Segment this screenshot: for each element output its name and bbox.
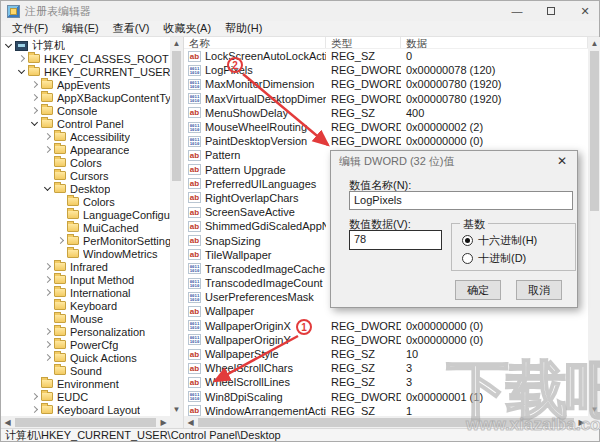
tree-item-infrared[interactable]: Infrared bbox=[1, 260, 170, 273]
tree-item-permonitorsettings[interactable]: PerMonitorSettings bbox=[1, 234, 170, 247]
chevron-right-icon[interactable] bbox=[55, 235, 66, 246]
menu-item-f[interactable]: 文件(F) bbox=[5, 21, 55, 36]
tree-vertical-scrollbar[interactable]: ▲ ▼ bbox=[170, 37, 183, 416]
tree-item-languageconfiguration[interactable]: LanguageConfiguration bbox=[1, 208, 170, 221]
tree-item-mouse[interactable]: Mouse bbox=[1, 312, 170, 325]
tree-item-windowmetrics[interactable]: WindowMetrics bbox=[1, 247, 170, 260]
value-name-cell[interactable]: Pattern bbox=[184, 149, 326, 161]
tree-item-powercfg[interactable]: PowerCfg bbox=[1, 338, 170, 351]
value-name-cell[interactable]: Wallpaper bbox=[184, 305, 326, 317]
chevron-right-icon[interactable] bbox=[42, 352, 53, 363]
value-name-cell[interactable]: WheelScrollLines bbox=[184, 376, 326, 388]
chevron-right-icon[interactable] bbox=[29, 391, 40, 402]
value-row-windowarrangementactive[interactable]: WindowArrangementActiveREG_SZ1 bbox=[184, 404, 588, 416]
value-row-maxmonitordimension[interactable]: MaxMonitorDimensionREG_DWORD0x00000780 (… bbox=[184, 77, 588, 91]
value-name-cell[interactable]: SnapSizing bbox=[184, 235, 326, 247]
list-vscroll-thumb[interactable] bbox=[590, 51, 599, 211]
tree-item-appxbackupcontenttype[interactable]: AppXBackupContentType bbox=[1, 91, 170, 104]
value-row-wheelscrollchars[interactable]: WheelScrollCharsREG_SZ3 bbox=[184, 361, 588, 375]
value-name-cell[interactable]: RightOverlapChars bbox=[184, 192, 326, 204]
value-name-cell[interactable]: UserPreferencesMask bbox=[184, 291, 326, 303]
value-row-maxvirtualdesktopdimension[interactable]: MaxVirtualDesktopDimensionREG_DWORD0x000… bbox=[184, 92, 588, 106]
close-icon[interactable]: ✕ bbox=[547, 151, 577, 171]
value-name-cell[interactable]: TranscodedImageCache bbox=[184, 263, 326, 275]
tree-item-environment[interactable]: Environment bbox=[1, 377, 170, 390]
column-header-data[interactable]: 数据 bbox=[401, 37, 588, 48]
value-name-cell[interactable]: ShimmedGdiScaledAppName bbox=[184, 220, 326, 232]
value-row-logpixels[interactable]: LogPixelsREG_DWORD0x00000078 (120) bbox=[184, 63, 588, 77]
value-row-lockscreenautolockactive[interactable]: LockScreenAutoLockActiveREG_SZ0 bbox=[184, 49, 588, 63]
value-name-cell[interactable]: WindowArrangementActive bbox=[184, 405, 326, 416]
chevron-right-icon[interactable] bbox=[29, 404, 40, 415]
menu-item-v[interactable]: 查看(V) bbox=[106, 21, 157, 36]
value-name-cell[interactable]: WallpaperOriginY bbox=[184, 334, 326, 346]
scroll-down-icon[interactable]: ▼ bbox=[172, 403, 181, 416]
tree-item-keyboard-layout[interactable]: Keyboard Layout bbox=[1, 403, 170, 416]
tree-item-sound[interactable]: Sound bbox=[1, 364, 170, 377]
value-row-menushowdelay[interactable]: MenuShowDelayREG_SZ400 bbox=[184, 106, 588, 120]
value-name-cell[interactable]: LogPixels bbox=[184, 64, 326, 76]
value-name-cell[interactable]: TranscodedImageCount bbox=[184, 277, 326, 289]
menu-item-e[interactable]: 编辑(E) bbox=[55, 21, 106, 36]
chevron-right-icon[interactable] bbox=[29, 105, 40, 116]
tree-item-accessibility[interactable]: Accessibility bbox=[1, 130, 170, 143]
value-row-paintdesktopversion[interactable]: PaintDesktopVersionREG_DWORD0x00000000 (… bbox=[184, 134, 588, 148]
column-header-name[interactable]: 名称 bbox=[184, 37, 326, 48]
tree-item-cursors[interactable]: Cursors bbox=[1, 169, 170, 182]
radio-decimal[interactable]: 十进制(D) bbox=[462, 251, 526, 266]
value-name-cell[interactable]: MouseWheelRouting bbox=[184, 121, 326, 133]
chevron-right-icon[interactable] bbox=[29, 92, 40, 103]
menu-item-h[interactable]: 帮助(H) bbox=[218, 21, 269, 36]
chevron-right-icon[interactable] bbox=[42, 287, 53, 298]
radio-selected-icon[interactable] bbox=[462, 235, 473, 246]
cancel-button[interactable]: 取消 bbox=[516, 280, 562, 300]
value-name-cell[interactable]: WallpaperStyle bbox=[184, 348, 326, 360]
chevron-right-icon[interactable] bbox=[42, 339, 53, 350]
tree-item-input-method[interactable]: Input Method bbox=[1, 273, 170, 286]
tree-item-node-0[interactable]: 计算机 bbox=[1, 39, 170, 52]
value-name-cell[interactable]: Win8DpiScaling bbox=[184, 391, 326, 403]
chevron-down-icon[interactable] bbox=[16, 66, 27, 77]
tree-item-hkey-classes-root[interactable]: HKEY_CLASSES_ROOT bbox=[1, 52, 170, 65]
value-data-field[interactable]: 78 bbox=[349, 230, 442, 250]
radio-hexadecimal[interactable]: 十六进制(H) bbox=[462, 233, 537, 248]
value-row-wallpaperoriginy[interactable]: WallpaperOriginYREG_DWORD0x00000000 (0) bbox=[184, 333, 588, 347]
value-name-cell[interactable]: MenuShowDelay bbox=[184, 107, 326, 119]
value-name-cell[interactable]: WheelScrollChars bbox=[184, 362, 326, 374]
chevron-down-icon[interactable] bbox=[29, 118, 40, 129]
tree-item-quick-actions[interactable]: Quick Actions bbox=[1, 351, 170, 364]
tree-item-keyboard[interactable]: Keyboard bbox=[1, 299, 170, 312]
chevron-down-icon[interactable] bbox=[3, 40, 14, 51]
scroll-up-icon[interactable]: ▲ bbox=[590, 37, 599, 50]
chevron-right-icon[interactable] bbox=[42, 261, 53, 272]
tree-item-appevents[interactable]: AppEvents bbox=[1, 78, 170, 91]
value-name-field[interactable]: LogPixels bbox=[349, 191, 573, 210]
ok-button[interactable]: 确定 bbox=[455, 280, 501, 300]
tree-item-hkey-current-user[interactable]: HKEY_CURRENT_USER bbox=[1, 65, 170, 78]
chevron-right-icon[interactable] bbox=[42, 326, 53, 337]
tree-item-desktop[interactable]: Desktop bbox=[1, 182, 170, 195]
value-name-cell[interactable]: PaintDesktopVersion bbox=[184, 135, 326, 147]
chevron-right-icon[interactable] bbox=[16, 53, 27, 64]
list-hscroll-thumb[interactable] bbox=[198, 418, 574, 427]
value-row-wallpaperoriginx[interactable]: WallpaperOriginXREG_DWORD0x00000000 (0) bbox=[184, 319, 588, 333]
minimize-icon[interactable]: — bbox=[511, 5, 523, 17]
scroll-up-icon[interactable]: ▲ bbox=[172, 37, 181, 50]
menu-item-a[interactable]: 收藏夹(A) bbox=[156, 21, 218, 36]
tree-item-personalization[interactable]: Personalization bbox=[1, 325, 170, 338]
value-name-cell[interactable]: MaxVirtualDesktopDimension bbox=[184, 93, 326, 105]
value-name-cell[interactable]: PreferredUILanguages bbox=[184, 178, 326, 190]
radio-unselected-icon[interactable] bbox=[462, 253, 473, 264]
value-row-wallpaperstyle[interactable]: WallpaperStyleREG_SZ10 bbox=[184, 347, 588, 361]
chevron-right-icon[interactable] bbox=[42, 131, 53, 142]
tree-item-control-panel[interactable]: Control Panel bbox=[1, 117, 170, 130]
chevron-right-icon[interactable] bbox=[29, 79, 40, 90]
value-name-cell[interactable]: Pattern Upgrade bbox=[184, 164, 326, 176]
value-name-cell[interactable]: ScreenSaveActive bbox=[184, 206, 326, 218]
list-vertical-scrollbar[interactable]: ▲ ▼ bbox=[588, 37, 600, 416]
tree-item-international[interactable]: International bbox=[1, 286, 170, 299]
tree-hscroll-thumb[interactable] bbox=[15, 418, 156, 427]
value-row-wheelscrolllines[interactable]: WheelScrollLinesREG_SZ3 bbox=[184, 375, 588, 389]
chevron-right-icon[interactable] bbox=[42, 144, 53, 155]
close-icon[interactable]: ✕ bbox=[579, 5, 591, 18]
